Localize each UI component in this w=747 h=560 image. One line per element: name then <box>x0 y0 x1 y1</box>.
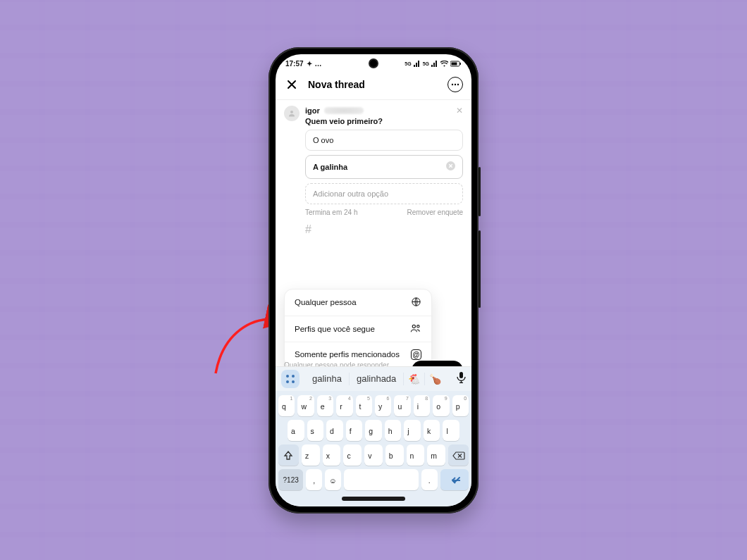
keyboard-menu-icon[interactable] <box>281 370 300 388</box>
svg-point-5 <box>457 83 459 85</box>
battery-icon <box>450 61 462 67</box>
backspace-key[interactable] <box>448 444 469 466</box>
key-l[interactable]: l <box>443 420 459 441</box>
key-q[interactable]: q1 <box>278 395 295 416</box>
reply-option-mentioned-label: Somente perfis mencionados <box>295 350 400 359</box>
key-p[interactable]: p0 <box>452 395 469 416</box>
poll-option-1[interactable]: O ovo <box>305 130 463 151</box>
poll-add-option[interactable]: Adicionar outra opção <box>305 183 463 204</box>
svg-point-10 <box>417 325 419 327</box>
suggestion-1[interactable]: galinha <box>305 373 349 384</box>
key-w[interactable]: w2 <box>297 395 314 416</box>
clear-option-icon[interactable] <box>446 161 455 173</box>
soft-keyboard: galinha galinhada 🐔 🍗 q1w2e3r4t5y6u7i8o9… <box>276 366 471 506</box>
svg-point-4 <box>455 83 456 85</box>
symbols-key[interactable]: ?123 <box>278 469 303 490</box>
key-o[interactable]: o9 <box>433 395 449 416</box>
reply-option-following-label: Perfis que você segue <box>295 325 375 333</box>
key-a[interactable]: a <box>288 420 304 441</box>
keyboard-suggestion-bar: galinha galinhada 🐔 🍗 <box>276 366 471 391</box>
poll-option-1-text: O ovo <box>313 136 333 144</box>
key-j[interactable]: j <box>404 420 421 441</box>
key-s[interactable]: s <box>307 420 324 441</box>
key-x[interactable]: x <box>323 444 341 466</box>
reply-permission-menu: Qualquer pessoa Perfis que você segue So… <box>284 289 432 368</box>
key-k[interactable]: k <box>424 420 440 441</box>
camera-cutout <box>369 58 378 68</box>
more-options-icon[interactable] <box>447 77 463 92</box>
key-i[interactable]: i8 <box>414 395 430 416</box>
avatar <box>284 106 300 121</box>
key-m[interactable]: m <box>427 444 445 466</box>
username-redacted <box>324 107 364 114</box>
enter-key[interactable] <box>440 469 469 490</box>
suggestion-emoji-2[interactable]: 🍗 <box>425 373 445 385</box>
close-icon[interactable] <box>284 77 300 92</box>
key-c[interactable]: c <box>343 444 362 466</box>
key-f[interactable]: f <box>346 420 363 441</box>
svg-point-13 <box>286 380 289 383</box>
key-h[interactable]: h <box>385 420 402 441</box>
page-title: Nova thread <box>308 79 439 90</box>
svg-point-12 <box>292 375 295 378</box>
wifi-icon <box>440 61 448 67</box>
key-b[interactable]: b <box>385 444 404 466</box>
svg-point-6 <box>290 111 293 113</box>
hashtag-input[interactable]: # <box>305 223 463 236</box>
globe-icon <box>411 297 421 309</box>
gesture-bar <box>342 497 405 501</box>
shift-key[interactable] <box>278 444 299 466</box>
poll-question[interactable]: Quem veio primeiro? <box>305 117 463 125</box>
emoji-key[interactable]: ☺ <box>325 469 341 490</box>
key-t[interactable]: t5 <box>356 395 372 416</box>
key-u[interactable]: u7 <box>394 395 410 416</box>
svg-point-3 <box>452 83 453 85</box>
space-key[interactable] <box>344 469 419 490</box>
app-bar: Nova thread <box>276 73 471 100</box>
svg-rect-15 <box>459 372 463 378</box>
reply-option-anyone[interactable]: Qualquer pessoa <box>285 290 431 316</box>
svg-rect-1 <box>452 63 457 66</box>
key-g[interactable]: g <box>365 420 382 441</box>
period-key[interactable]: . <box>421 469 438 490</box>
svg-point-11 <box>286 375 289 378</box>
svg-rect-2 <box>460 63 462 65</box>
poll-option-2[interactable]: A galinha <box>305 155 463 179</box>
dismiss-compose-icon[interactable]: ✕ <box>456 106 463 116</box>
key-z[interactable]: z <box>302 444 320 466</box>
reply-option-anyone-label: Qualquer pessoa <box>295 298 357 306</box>
key-n[interactable]: n <box>407 444 425 466</box>
people-icon <box>410 323 421 335</box>
comma-key[interactable]: , <box>306 469 322 490</box>
key-v[interactable]: v <box>364 444 383 466</box>
svg-point-9 <box>412 325 415 328</box>
suggestion-emoji-1[interactable]: 🐔 <box>404 373 424 385</box>
key-y[interactable]: y6 <box>375 395 391 416</box>
poll-add-option-label: Adicionar outra opção <box>313 189 388 198</box>
at-icon: @ <box>411 349 421 360</box>
mic-icon[interactable] <box>457 372 466 385</box>
suggestion-2[interactable]: galinhada <box>350 373 403 384</box>
poll-ends-label: Termina em 24 h <box>305 209 357 216</box>
svg-point-14 <box>292 380 295 383</box>
key-r[interactable]: r4 <box>336 395 352 416</box>
reply-option-following[interactable]: Perfis que você segue <box>285 316 431 342</box>
status-time: 17:57 <box>285 60 304 68</box>
key-e[interactable]: e3 <box>317 395 333 416</box>
key-d[interactable]: d <box>326 420 343 441</box>
remove-poll-button[interactable]: Remover enquete <box>407 209 464 216</box>
poll-option-2-text: A galinha <box>313 163 347 171</box>
username: igor <box>305 106 320 115</box>
phone-frame: 17:57 ✦… 5G 5G Nova thread <box>268 47 479 514</box>
